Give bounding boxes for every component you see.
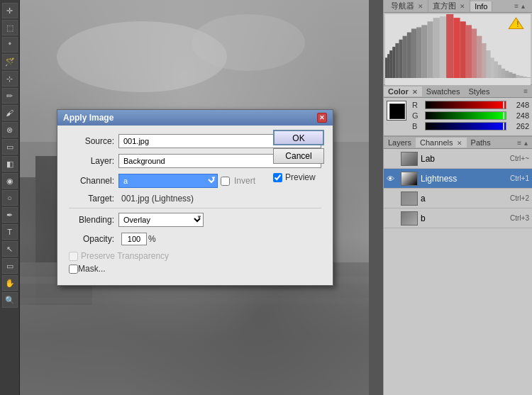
text-tool[interactable]: T <box>2 224 18 240</box>
svg-rect-36 <box>501 69 505 78</box>
color-panel: Color ✕ Swatches Styles ≡ <box>384 85 532 136</box>
zoom-tool[interactable]: 🔍 <box>2 292 18 308</box>
select-tool[interactable]: ⬚ <box>2 20 18 35</box>
svg-rect-30 <box>477 36 482 78</box>
svg-rect-21 <box>421 25 427 78</box>
svg-rect-28 <box>466 25 472 78</box>
preserve-transparency-label: Preserve Transparency <box>81 251 169 261</box>
target-value: 001.jpg (Lightness) <box>121 194 194 204</box>
tab-navigator[interactable]: 导航器 ✕ <box>387 0 428 12</box>
g-slider[interactable] <box>425 111 506 120</box>
channel-select[interactable]: a <box>118 174 218 188</box>
g-slider-row: G 248 <box>412 111 529 120</box>
gradient-tool[interactable]: ◧ <box>2 156 18 172</box>
svg-rect-39 <box>512 74 516 78</box>
move-tool[interactable]: ✛ <box>2 3 18 18</box>
brush-tool[interactable]: 🖌 <box>2 105 18 121</box>
tab-histogram[interactable]: 直方图 ✕ <box>428 0 470 12</box>
dialog-overlay: Apply Image ✕ Source: 001.jpg Layer: Bac… <box>21 0 369 395</box>
dialog-titlebar: Apply Image ✕ <box>57 110 333 126</box>
svg-rect-15 <box>395 43 399 78</box>
preview-checkbox[interactable] <box>273 173 282 182</box>
panel-menu-icon[interactable]: ≡ <box>513 2 520 10</box>
tab-channels[interactable]: Channels ✕ <box>416 138 467 148</box>
b-slider-row: B 262 <box>412 122 529 130</box>
target-row: Target: 001.jpg (Lightness) <box>69 194 321 204</box>
svg-rect-42 <box>523 77 527 78</box>
pen-tool[interactable]: ✒ <box>2 207 18 223</box>
mask-checkbox[interactable] <box>69 265 78 274</box>
channel-name-a: a <box>421 194 510 204</box>
channel-row-lab[interactable]: Lab Ctrl+~ <box>384 149 532 169</box>
shape-tool[interactable]: ▭ <box>2 258 18 274</box>
r-slider[interactable] <box>425 101 506 109</box>
b-label: B <box>412 122 422 130</box>
blending-select[interactable]: Overlay <box>118 213 204 227</box>
svg-rect-40 <box>516 75 520 78</box>
channels-panel-collapse-icon[interactable]: ▴ <box>523 139 529 147</box>
svg-rect-18 <box>407 33 411 78</box>
dialog-buttons: OK Cancel Preview <box>273 130 324 182</box>
svg-rect-14 <box>392 47 395 78</box>
clone-tool[interactable]: ⊗ <box>2 122 18 138</box>
channels-panel-menu-icon[interactable]: ≡ <box>516 139 523 147</box>
opacity-unit: % <box>148 234 156 244</box>
color-panel-menu-icon[interactable]: ≡ <box>522 87 529 95</box>
lasso-tool[interactable]: 𝄌 <box>2 37 18 52</box>
panel-collapse-icon[interactable]: ▴ <box>520 2 526 10</box>
dialog-title: Apply Image <box>63 113 113 123</box>
b-slider[interactable] <box>425 122 506 130</box>
tab-layers[interactable]: Layers <box>384 138 416 148</box>
channel-name-lab: Lab <box>421 154 510 164</box>
svg-rect-37 <box>505 71 509 78</box>
svg-rect-25 <box>446 14 453 78</box>
channels-panel: Layers Channels ✕ Paths ≡ ▴ Lab <box>384 136 532 395</box>
foreground-background-swatch[interactable] <box>387 101 406 121</box>
svg-rect-19 <box>411 28 416 78</box>
mask-row: Mask... <box>69 264 321 274</box>
histogram-display: ! <box>385 14 531 85</box>
blur-tool[interactable]: ◉ <box>2 173 18 189</box>
channel-label: Channel: <box>69 176 118 186</box>
eraser-tool[interactable]: ▭ <box>2 139 18 155</box>
channel-row-a[interactable]: a Ctrl+2 <box>384 189 532 208</box>
channel-shortcut-lab: Ctrl+~ <box>510 155 529 162</box>
svg-rect-41 <box>520 76 523 78</box>
ok-button[interactable]: OK <box>273 130 324 145</box>
r-value: 248 <box>509 101 529 109</box>
eyedropper-tool[interactable]: ✏ <box>2 88 18 104</box>
svg-rect-43 <box>527 77 531 78</box>
tab-styles[interactable]: Styles <box>465 87 494 96</box>
color-close[interactable]: ✕ <box>412 89 418 96</box>
tab-color[interactable]: Color ✕ <box>384 87 422 96</box>
opacity-label: Opacity: <box>69 234 118 244</box>
opacity-input[interactable] <box>121 233 147 245</box>
channel-row-b[interactable]: b Ctrl+3 <box>384 208 532 228</box>
preserve-transparency-checkbox[interactable] <box>69 252 78 261</box>
hist-close[interactable]: ✕ <box>460 3 465 10</box>
dialog-close-button[interactable]: ✕ <box>317 113 327 123</box>
mask-label: Mask... <box>78 264 106 274</box>
tab-paths[interactable]: Paths <box>467 138 495 148</box>
magic-wand-tool[interactable]: 🪄 <box>2 54 18 69</box>
source-label: Source: <box>69 136 118 146</box>
tab-info[interactable]: Info <box>470 1 492 11</box>
hand-tool[interactable]: ✋ <box>2 275 18 291</box>
channel-eye-lightness[interactable]: 👁 <box>387 174 398 183</box>
invert-checkbox[interactable] <box>221 177 230 186</box>
left-toolbar: ✛ ⬚ 𝄌 🪄 ⊹ ✏ 🖌 ⊗ ▭ ◧ ◉ ○ ✒ T ↖ ▭ ✋ 🔍 <box>0 0 20 395</box>
dodge-tool[interactable]: ○ <box>2 190 18 206</box>
svg-rect-38 <box>509 72 512 78</box>
path-select-tool[interactable]: ↖ <box>2 241 18 257</box>
tab-swatches[interactable]: Swatches <box>422 87 465 96</box>
g-value: 248 <box>509 111 529 120</box>
channel-row-lightness[interactable]: 👁 Lightness Ctrl+1 <box>384 169 532 189</box>
cancel-button[interactable]: Cancel <box>273 148 324 164</box>
crop-tool[interactable]: ⊹ <box>2 71 18 87</box>
channels-close[interactable]: ✕ <box>457 140 462 147</box>
nav-close[interactable]: ✕ <box>418 3 423 10</box>
blending-select-wrapper: Overlay <box>118 213 204 227</box>
svg-rect-12 <box>387 54 389 78</box>
channel-shortcut-b: Ctrl+3 <box>510 214 529 222</box>
target-label: Target: <box>69 194 118 204</box>
